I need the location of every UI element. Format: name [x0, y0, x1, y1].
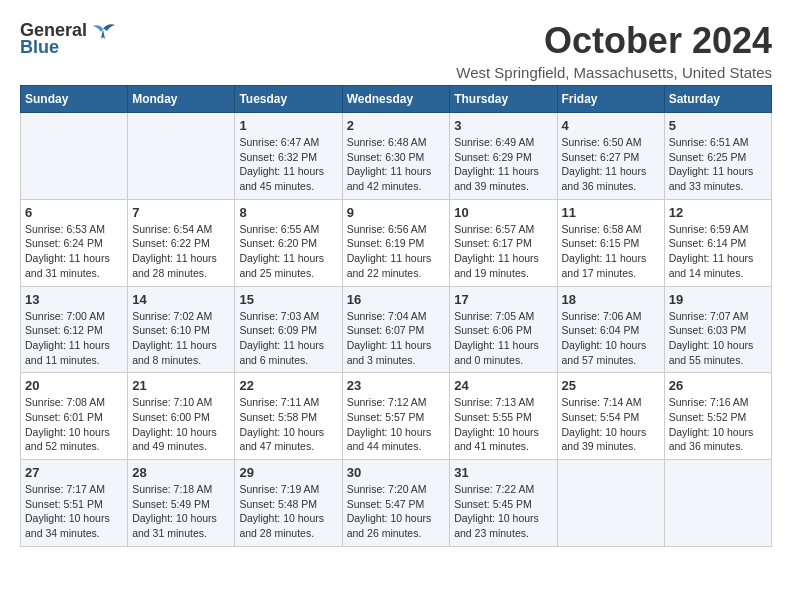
- day-number: 5: [669, 118, 767, 133]
- calendar-cell: 20Sunrise: 7:08 AM Sunset: 6:01 PM Dayli…: [21, 373, 128, 460]
- day-number: 1: [239, 118, 337, 133]
- day-number: 25: [562, 378, 660, 393]
- calendar-cell: [557, 460, 664, 547]
- calendar-cell: 19Sunrise: 7:07 AM Sunset: 6:03 PM Dayli…: [664, 286, 771, 373]
- cell-info: Sunrise: 7:18 AM Sunset: 5:49 PM Dayligh…: [132, 482, 230, 541]
- calendar-cell: 13Sunrise: 7:00 AM Sunset: 6:12 PM Dayli…: [21, 286, 128, 373]
- day-number: 26: [669, 378, 767, 393]
- calendar-cell: 23Sunrise: 7:12 AM Sunset: 5:57 PM Dayli…: [342, 373, 450, 460]
- cell-info: Sunrise: 7:17 AM Sunset: 5:51 PM Dayligh…: [25, 482, 123, 541]
- cell-info: Sunrise: 6:47 AM Sunset: 6:32 PM Dayligh…: [239, 135, 337, 194]
- cell-info: Sunrise: 7:02 AM Sunset: 6:10 PM Dayligh…: [132, 309, 230, 368]
- calendar-cell: 14Sunrise: 7:02 AM Sunset: 6:10 PM Dayli…: [128, 286, 235, 373]
- calendar-cell: 25Sunrise: 7:14 AM Sunset: 5:54 PM Dayli…: [557, 373, 664, 460]
- calendar-cell: 8Sunrise: 6:55 AM Sunset: 6:20 PM Daylig…: [235, 199, 342, 286]
- calendar-week-row: 20Sunrise: 7:08 AM Sunset: 6:01 PM Dayli…: [21, 373, 772, 460]
- calendar-table: SundayMondayTuesdayWednesdayThursdayFrid…: [20, 85, 772, 547]
- day-number: 6: [25, 205, 123, 220]
- calendar-week-row: 1Sunrise: 6:47 AM Sunset: 6:32 PM Daylig…: [21, 113, 772, 200]
- cell-info: Sunrise: 7:07 AM Sunset: 6:03 PM Dayligh…: [669, 309, 767, 368]
- cell-info: Sunrise: 7:13 AM Sunset: 5:55 PM Dayligh…: [454, 395, 552, 454]
- cell-info: Sunrise: 6:59 AM Sunset: 6:14 PM Dayligh…: [669, 222, 767, 281]
- cell-info: Sunrise: 6:54 AM Sunset: 6:22 PM Dayligh…: [132, 222, 230, 281]
- cell-info: Sunrise: 6:48 AM Sunset: 6:30 PM Dayligh…: [347, 135, 446, 194]
- cell-info: Sunrise: 6:58 AM Sunset: 6:15 PM Dayligh…: [562, 222, 660, 281]
- weekday-header-sunday: Sunday: [21, 86, 128, 113]
- cell-info: Sunrise: 7:12 AM Sunset: 5:57 PM Dayligh…: [347, 395, 446, 454]
- day-number: 17: [454, 292, 552, 307]
- calendar-cell: 1Sunrise: 6:47 AM Sunset: 6:32 PM Daylig…: [235, 113, 342, 200]
- calendar-cell: 27Sunrise: 7:17 AM Sunset: 5:51 PM Dayli…: [21, 460, 128, 547]
- calendar-cell: 22Sunrise: 7:11 AM Sunset: 5:58 PM Dayli…: [235, 373, 342, 460]
- cell-info: Sunrise: 6:49 AM Sunset: 6:29 PM Dayligh…: [454, 135, 552, 194]
- day-number: 14: [132, 292, 230, 307]
- day-number: 30: [347, 465, 446, 480]
- title-section: October 2024 West Springfield, Massachus…: [456, 20, 772, 81]
- day-number: 9: [347, 205, 446, 220]
- day-number: 15: [239, 292, 337, 307]
- cell-info: Sunrise: 6:50 AM Sunset: 6:27 PM Dayligh…: [562, 135, 660, 194]
- cell-info: Sunrise: 6:57 AM Sunset: 6:17 PM Dayligh…: [454, 222, 552, 281]
- calendar-cell: 29Sunrise: 7:19 AM Sunset: 5:48 PM Dayli…: [235, 460, 342, 547]
- location-text: West Springfield, Massachusetts, United …: [456, 64, 772, 81]
- day-number: 3: [454, 118, 552, 133]
- calendar-cell: 2Sunrise: 6:48 AM Sunset: 6:30 PM Daylig…: [342, 113, 450, 200]
- calendar-cell: 31Sunrise: 7:22 AM Sunset: 5:45 PM Dayli…: [450, 460, 557, 547]
- calendar-cell: [21, 113, 128, 200]
- cell-info: Sunrise: 7:04 AM Sunset: 6:07 PM Dayligh…: [347, 309, 446, 368]
- cell-info: Sunrise: 6:53 AM Sunset: 6:24 PM Dayligh…: [25, 222, 123, 281]
- day-number: 10: [454, 205, 552, 220]
- cell-info: Sunrise: 7:22 AM Sunset: 5:45 PM Dayligh…: [454, 482, 552, 541]
- calendar-cell: 10Sunrise: 6:57 AM Sunset: 6:17 PM Dayli…: [450, 199, 557, 286]
- day-number: 29: [239, 465, 337, 480]
- calendar-cell: 3Sunrise: 6:49 AM Sunset: 6:29 PM Daylig…: [450, 113, 557, 200]
- calendar-week-row: 6Sunrise: 6:53 AM Sunset: 6:24 PM Daylig…: [21, 199, 772, 286]
- weekday-header-friday: Friday: [557, 86, 664, 113]
- cell-info: Sunrise: 7:20 AM Sunset: 5:47 PM Dayligh…: [347, 482, 446, 541]
- weekday-header-monday: Monday: [128, 86, 235, 113]
- day-number: 19: [669, 292, 767, 307]
- cell-info: Sunrise: 7:11 AM Sunset: 5:58 PM Dayligh…: [239, 395, 337, 454]
- day-number: 28: [132, 465, 230, 480]
- day-number: 22: [239, 378, 337, 393]
- calendar-cell: [664, 460, 771, 547]
- day-number: 13: [25, 292, 123, 307]
- calendar-cell: 4Sunrise: 6:50 AM Sunset: 6:27 PM Daylig…: [557, 113, 664, 200]
- day-number: 23: [347, 378, 446, 393]
- page-header: General Blue October 2024 West Springfie…: [20, 20, 772, 81]
- day-number: 31: [454, 465, 552, 480]
- cell-info: Sunrise: 7:16 AM Sunset: 5:52 PM Dayligh…: [669, 395, 767, 454]
- cell-info: Sunrise: 7:14 AM Sunset: 5:54 PM Dayligh…: [562, 395, 660, 454]
- day-number: 4: [562, 118, 660, 133]
- calendar-cell: 5Sunrise: 6:51 AM Sunset: 6:25 PM Daylig…: [664, 113, 771, 200]
- weekday-header-thursday: Thursday: [450, 86, 557, 113]
- day-number: 2: [347, 118, 446, 133]
- cell-info: Sunrise: 7:00 AM Sunset: 6:12 PM Dayligh…: [25, 309, 123, 368]
- month-title: October 2024: [456, 20, 772, 62]
- weekday-header-tuesday: Tuesday: [235, 86, 342, 113]
- logo-blue-text: Blue: [20, 37, 59, 58]
- calendar-cell: 28Sunrise: 7:18 AM Sunset: 5:49 PM Dayli…: [128, 460, 235, 547]
- calendar-cell: 9Sunrise: 6:56 AM Sunset: 6:19 PM Daylig…: [342, 199, 450, 286]
- calendar-cell: [128, 113, 235, 200]
- logo-bird-icon: [89, 21, 117, 41]
- cell-info: Sunrise: 7:05 AM Sunset: 6:06 PM Dayligh…: [454, 309, 552, 368]
- day-number: 21: [132, 378, 230, 393]
- weekday-header-saturday: Saturday: [664, 86, 771, 113]
- calendar-cell: 30Sunrise: 7:20 AM Sunset: 5:47 PM Dayli…: [342, 460, 450, 547]
- cell-info: Sunrise: 7:10 AM Sunset: 6:00 PM Dayligh…: [132, 395, 230, 454]
- calendar-cell: 21Sunrise: 7:10 AM Sunset: 6:00 PM Dayli…: [128, 373, 235, 460]
- calendar-cell: 16Sunrise: 7:04 AM Sunset: 6:07 PM Dayli…: [342, 286, 450, 373]
- calendar-cell: 18Sunrise: 7:06 AM Sunset: 6:04 PM Dayli…: [557, 286, 664, 373]
- day-number: 8: [239, 205, 337, 220]
- calendar-cell: 15Sunrise: 7:03 AM Sunset: 6:09 PM Dayli…: [235, 286, 342, 373]
- calendar-cell: 17Sunrise: 7:05 AM Sunset: 6:06 PM Dayli…: [450, 286, 557, 373]
- calendar-cell: 6Sunrise: 6:53 AM Sunset: 6:24 PM Daylig…: [21, 199, 128, 286]
- weekday-header-row: SundayMondayTuesdayWednesdayThursdayFrid…: [21, 86, 772, 113]
- calendar-week-row: 27Sunrise: 7:17 AM Sunset: 5:51 PM Dayli…: [21, 460, 772, 547]
- calendar-cell: 7Sunrise: 6:54 AM Sunset: 6:22 PM Daylig…: [128, 199, 235, 286]
- day-number: 18: [562, 292, 660, 307]
- day-number: 27: [25, 465, 123, 480]
- calendar-cell: 26Sunrise: 7:16 AM Sunset: 5:52 PM Dayli…: [664, 373, 771, 460]
- cell-info: Sunrise: 6:56 AM Sunset: 6:19 PM Dayligh…: [347, 222, 446, 281]
